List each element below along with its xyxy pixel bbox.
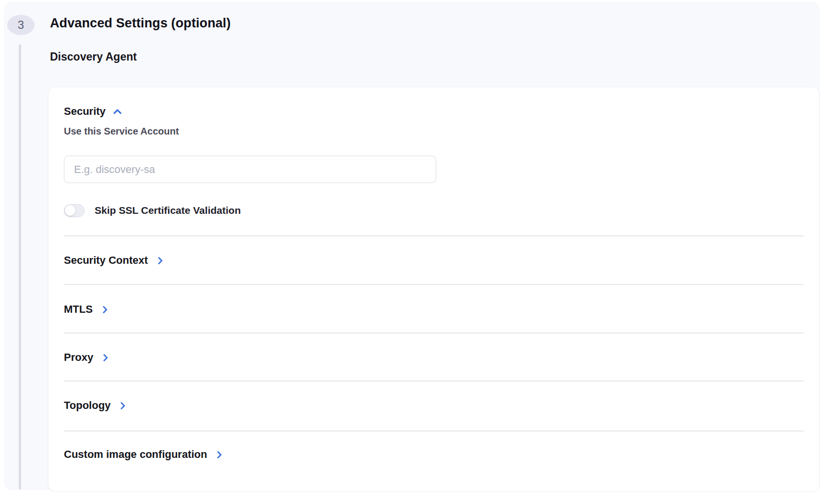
- divider: [64, 284, 804, 285]
- section-row-proxy[interactable]: Proxy: [64, 351, 110, 364]
- step-number-badge: 3: [7, 15, 35, 35]
- divider: [64, 381, 804, 381]
- section-row-topology[interactable]: Topology: [64, 399, 128, 412]
- chevron-right-icon: [100, 305, 110, 315]
- wizard-step-panel: 3 Advanced Settings (optional) Discovery…: [4, 2, 820, 490]
- chevron-right-icon: [155, 256, 165, 266]
- chevron-up-icon: [112, 106, 123, 117]
- discovery-agent-heading: Discovery Agent: [50, 50, 137, 63]
- service-account-input[interactable]: [64, 156, 436, 183]
- section-row-custom-image-configuration[interactable]: Custom image configuration: [64, 448, 224, 461]
- security-section-toggle[interactable]: Security: [64, 105, 123, 118]
- step-title: Advanced Settings (optional): [50, 16, 231, 31]
- divider: [64, 430, 804, 431]
- chevron-right-icon: [214, 450, 224, 460]
- chevron-right-icon: [118, 401, 128, 411]
- skip-ssl-toggle[interactable]: [64, 204, 85, 217]
- security-section-label: Security: [64, 105, 106, 118]
- section-label: Topology: [64, 399, 110, 412]
- section-row-security-context[interactable]: Security Context: [64, 254, 165, 267]
- toggle-knob: [65, 205, 75, 216]
- service-account-label: Use this Service Account: [64, 126, 179, 137]
- advanced-settings-card: Security Use this Service Account Skip S…: [49, 87, 819, 491]
- divider: [64, 235, 804, 236]
- skip-ssl-label: Skip SSL Certificate Validation: [95, 205, 241, 216]
- divider: [64, 332, 804, 333]
- section-label: Custom image configuration: [64, 448, 207, 461]
- section-row-mtls[interactable]: MTLS: [64, 303, 110, 316]
- step-connector-line: [19, 44, 21, 490]
- section-label: MTLS: [64, 303, 93, 316]
- section-label: Security Context: [64, 254, 148, 267]
- skip-ssl-row: Skip SSL Certificate Validation: [64, 204, 241, 217]
- step-number: 3: [18, 18, 24, 32]
- section-label: Proxy: [64, 351, 93, 364]
- chevron-right-icon: [100, 353, 110, 363]
